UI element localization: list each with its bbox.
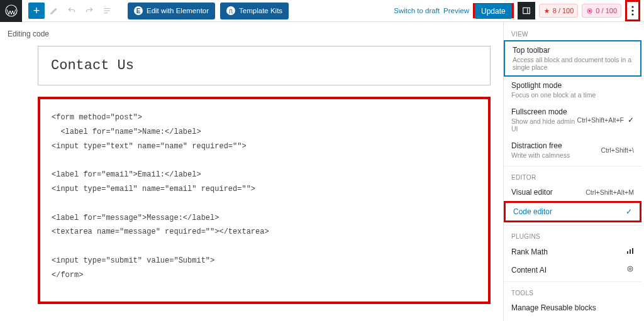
editor-main: Contact Us <form method="post"> <label f… <box>0 46 503 321</box>
menu-reusable-label: Manage Reusable blocks <box>511 303 596 312</box>
section-view-label: VIEW <box>504 26 641 40</box>
switch-to-draft-link[interactable]: Switch to draft <box>394 7 440 14</box>
svg-point-7 <box>631 13 633 15</box>
more-options-button[interactable] <box>627 2 638 19</box>
menu-keyboard-shortcuts[interactable]: Keyboard shortcuts Shift+Alt+H <box>504 317 641 321</box>
section-plugins-label: PLUGINS <box>504 228 641 242</box>
menu-spotlight[interactable]: Spotlight mode Focus on one block at a t… <box>504 77 641 103</box>
divider <box>504 281 641 282</box>
update-highlight: Update <box>473 3 514 18</box>
svg-point-6 <box>631 9 633 11</box>
content-ai-score-value: 0 / 100 <box>596 7 617 14</box>
section-editor-label: EDITOR <box>504 169 641 183</box>
update-button[interactable]: Update <box>475 4 512 19</box>
top-toolbar: + E Edit with Elementor ⎍ Template Kits … <box>0 0 644 22</box>
more-menu-highlight <box>625 0 640 21</box>
menu-contentai[interactable]: Content AI <box>504 261 641 279</box>
menu-visual-kb: Ctrl+Shift+Alt+M <box>586 188 634 196</box>
svg-point-11 <box>628 266 633 271</box>
template-kits-label: Template Kits <box>239 7 282 14</box>
template-kits-icon: ⎍ <box>226 6 235 15</box>
menu-spotlight-sub: Focus on one block at a time <box>511 91 596 99</box>
kebab-icon <box>631 6 634 16</box>
section-tools-label: TOOLS <box>504 285 641 299</box>
preview-link[interactable]: Preview <box>443 7 469 14</box>
menu-rankmath[interactable]: Rank Math <box>504 242 641 261</box>
edit-elementor-label: Edit with Elementor <box>147 7 209 14</box>
menu-distraction-kb: Ctrl+Shift+\ <box>601 146 634 154</box>
seo-score-value: 8 / 100 <box>553 7 574 14</box>
divider <box>504 225 641 226</box>
menu-visual-editor[interactable]: Visual editor Ctrl+Shift+Alt+M <box>504 183 641 201</box>
template-kits-button[interactable]: ⎍ Template Kits <box>220 3 289 19</box>
contentai-icon <box>626 265 634 275</box>
code-editor-textarea[interactable]: <form method="post"> <label for="name">N… <box>38 97 491 304</box>
svg-rect-8 <box>627 251 628 254</box>
pencil-icon[interactable] <box>46 3 62 19</box>
options-panel: VIEW Top toolbar Access all block and do… <box>503 22 641 321</box>
settings-sidebar-toggle[interactable] <box>518 2 535 19</box>
menu-top-toolbar-title: Top toolbar <box>513 46 550 55</box>
svg-point-4 <box>589 10 591 12</box>
menu-code-title: Code editor <box>513 207 552 216</box>
redo-icon[interactable] <box>81 3 97 19</box>
menu-fullscreen-title: Fullscreen mode <box>511 107 567 116</box>
svg-point-5 <box>631 6 633 8</box>
menu-distraction-title: Distraction free <box>511 141 562 150</box>
svg-rect-10 <box>632 248 633 254</box>
edit-elementor-button[interactable]: E Edit with Elementor <box>128 3 215 19</box>
svg-point-12 <box>630 268 631 270</box>
content-ai-icon <box>586 8 593 14</box>
divider <box>504 166 641 166</box>
check-icon: ✓ <box>628 116 634 124</box>
menu-visual-title: Visual editor <box>511 188 553 197</box>
menu-spotlight-title: Spotlight mode <box>511 81 562 90</box>
post-title-input[interactable]: Contact Us <box>38 46 491 85</box>
menu-rankmath-label: Rank Math <box>511 248 548 256</box>
menu-distraction-free[interactable]: Distraction free Write with calmness Ctr… <box>504 137 641 163</box>
elementor-icon: E <box>134 6 143 15</box>
menu-reusable-blocks[interactable]: Manage Reusable blocks <box>504 299 641 317</box>
add-block-button[interactable]: + <box>28 3 45 19</box>
undo-icon[interactable] <box>64 3 80 19</box>
menu-fullscreen-sub: Show and hide admin UI <box>511 117 577 133</box>
svg-rect-1 <box>523 8 530 13</box>
menu-contentai-label: Content AI <box>511 266 547 275</box>
menu-distraction-sub: Write with calmness <box>511 151 601 159</box>
menu-top-toolbar[interactable]: Top toolbar Access all block and documen… <box>504 40 641 77</box>
menu-fullscreen[interactable]: Fullscreen mode Show and hide admin UI C… <box>504 103 641 137</box>
content-ai-score-badge[interactable]: 0 / 100 <box>582 4 621 18</box>
menu-code-editor[interactable]: Code editor ✓ <box>504 201 641 222</box>
list-view-icon[interactable] <box>99 3 115 19</box>
seo-score-badge[interactable]: 8 / 100 <box>539 4 579 18</box>
svg-rect-9 <box>630 249 631 254</box>
editing-mode-label: Editing code <box>8 30 49 38</box>
menu-fullscreen-kb: Ctrl+Shift+Alt+F <box>577 116 624 124</box>
menu-top-toolbar-sub: Access all block and document tools in a… <box>513 56 633 71</box>
check-icon: ✓ <box>626 207 632 216</box>
wordpress-logo-icon[interactable] <box>0 0 22 22</box>
seo-score-icon <box>543 8 550 14</box>
rankmath-icon <box>626 247 634 256</box>
